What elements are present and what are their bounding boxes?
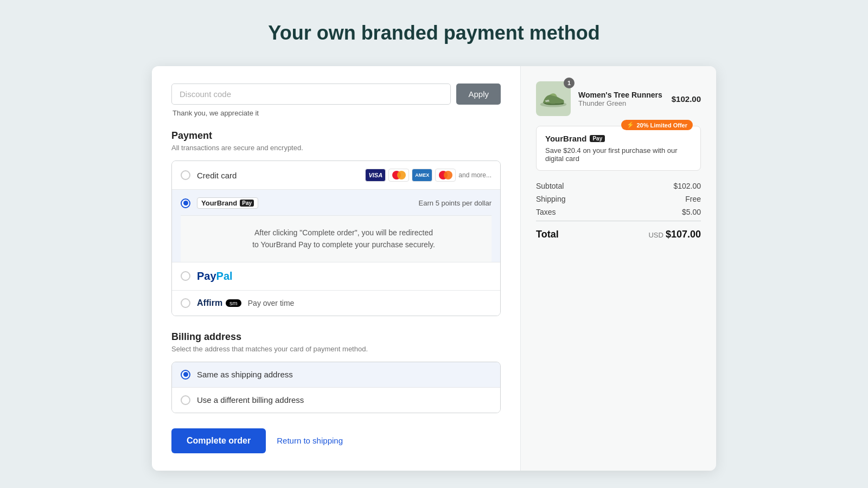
payment-section-title: Payment xyxy=(171,130,501,142)
promo-brand-name: YourBrand xyxy=(545,134,586,143)
promo-badge-icon: ⚡ xyxy=(627,121,634,129)
paypal-radio[interactable] xyxy=(181,271,190,281)
mc-yellow-circle xyxy=(397,171,406,179)
yourbrand-option-row: YourBrand Pay Earn 5 points per dollar xyxy=(181,197,492,209)
total-row: Total USD$107.00 xyxy=(536,221,701,240)
yourbrand-redirect-box: After clicking "Complete order", you wil… xyxy=(181,215,492,262)
taxes-label: Taxes xyxy=(536,208,556,216)
payment-option-paypal[interactable]: PayPal xyxy=(172,262,500,291)
item-quantity-badge: 1 xyxy=(564,78,575,88)
payment-options: Credit card VISA AMEX xyxy=(171,160,501,316)
total-amount: USD$107.00 xyxy=(648,229,701,240)
totals-table: Subtotal $102.00 Shipping Free Taxes $5.… xyxy=(536,182,701,240)
yourbrand-radio[interactable] xyxy=(181,198,190,208)
shipping-label: Shipping xyxy=(536,195,566,203)
shipping-value: Free xyxy=(685,195,701,203)
affirm-tag: sm xyxy=(226,299,241,307)
return-to-shipping-link[interactable]: Return to shipping xyxy=(277,436,343,445)
discount-input[interactable] xyxy=(171,84,451,105)
redirect-line1: After clicking "Complete order", you wil… xyxy=(254,228,433,237)
paypal-logo: PayPal xyxy=(197,270,233,282)
billing-section: Billing address Select the address that … xyxy=(171,331,501,413)
item-info: Women's Tree Runners Thunder Green xyxy=(578,91,664,107)
redirect-line2: to YourBrand Pay to complete your purcha… xyxy=(252,240,435,249)
thank-you-text: Thank you, we appreciate it xyxy=(171,109,501,117)
taxes-row: Taxes $5.00 xyxy=(536,208,701,216)
total-value: $107.00 xyxy=(666,229,701,240)
promo-brand: YourBrand Pay xyxy=(545,134,692,143)
maestro-icon xyxy=(435,169,456,182)
promo-pay-tag: Pay xyxy=(590,135,605,142)
discount-row: Apply xyxy=(171,84,501,105)
payment-option-credit-card[interactable]: Credit card VISA AMEX xyxy=(172,161,500,190)
complete-order-button[interactable]: Complete order xyxy=(171,428,266,453)
right-panel: 1 Women's Tree Runners Thunder Green $10… xyxy=(521,66,716,471)
billing-option-same[interactable]: Same as shipping address xyxy=(172,362,500,388)
action-row: Complete order Return to shipping xyxy=(171,428,501,453)
total-currency: USD xyxy=(648,231,663,239)
affirm-pay-over-time: Pay over time xyxy=(248,299,295,307)
yourbrand-pay-tag: Pay xyxy=(240,200,254,207)
item-image-wrap: 1 xyxy=(536,81,571,116)
credit-card-label: Credit card xyxy=(197,171,237,180)
promo-badge: ⚡ 20% Limited Offer xyxy=(621,120,693,130)
promo-save-text: Save $20.4 on your first purchase with o… xyxy=(545,146,692,163)
billing-same-label: Same as shipping address xyxy=(197,370,293,379)
billing-section-subtitle: Select the address that matches your car… xyxy=(171,345,501,353)
affirm-text: Affirm xyxy=(197,298,222,308)
promo-box: ⚡ 20% Limited Offer YourBrand Pay Save $… xyxy=(536,126,701,171)
item-name: Women's Tree Runners xyxy=(578,91,664,99)
card-icons: VISA AMEX and more... xyxy=(365,169,492,182)
shoe-illustration xyxy=(539,88,567,109)
yourbrand-label: YourBrand Pay xyxy=(197,197,258,209)
promo-badge-text: 20% Limited Offer xyxy=(636,122,687,129)
amex-icon: AMEX xyxy=(412,169,432,182)
affirm-radio[interactable] xyxy=(181,298,190,308)
item-price: $102.00 xyxy=(672,94,701,104)
subtotal-label: Subtotal xyxy=(536,182,564,190)
payment-option-yourbrand[interactable]: YourBrand Pay Earn 5 points per dollar A… xyxy=(172,190,500,262)
affirm-logo: Affirm sm xyxy=(197,298,241,308)
visa-icon: VISA xyxy=(365,169,386,182)
left-panel: Apply Thank you, we appreciate it Paymen… xyxy=(152,66,521,471)
credit-card-radio[interactable] xyxy=(181,170,190,180)
item-variant: Thunder Green xyxy=(578,99,664,107)
billing-option-different[interactable]: Use a different billing address xyxy=(172,388,500,413)
payment-section-subtitle: All transactions are secure and encrypte… xyxy=(171,144,501,152)
shipping-row: Shipping Free xyxy=(536,195,701,203)
billing-same-radio[interactable] xyxy=(181,370,190,380)
taxes-value: $5.00 xyxy=(682,208,701,216)
billing-options: Same as shipping address Use a different… xyxy=(171,362,501,413)
maestro-circle2 xyxy=(444,171,452,179)
yourbrand-name: YourBrand xyxy=(201,199,237,207)
billing-different-radio[interactable] xyxy=(181,395,190,405)
earn-points-text: Earn 5 points per dollar xyxy=(419,199,492,207)
checkout-container: Apply Thank you, we appreciate it Paymen… xyxy=(152,66,716,471)
order-item: 1 Women's Tree Runners Thunder Green $10… xyxy=(536,81,701,116)
page-title: Your own branded payment method xyxy=(268,22,599,44)
subtotal-row: Subtotal $102.00 xyxy=(536,182,701,190)
apply-button[interactable]: Apply xyxy=(456,84,501,105)
and-more-text: and more... xyxy=(458,171,492,179)
yourbrand-badge: YourBrand Pay xyxy=(197,197,258,209)
payment-option-affirm[interactable]: Affirm sm Pay over time xyxy=(172,291,500,316)
total-label: Total xyxy=(536,229,559,240)
mastercard-icon xyxy=(388,169,409,182)
subtotal-value: $102.00 xyxy=(673,182,701,190)
billing-different-label: Use a different billing address xyxy=(197,395,304,404)
billing-section-title: Billing address xyxy=(171,331,501,343)
